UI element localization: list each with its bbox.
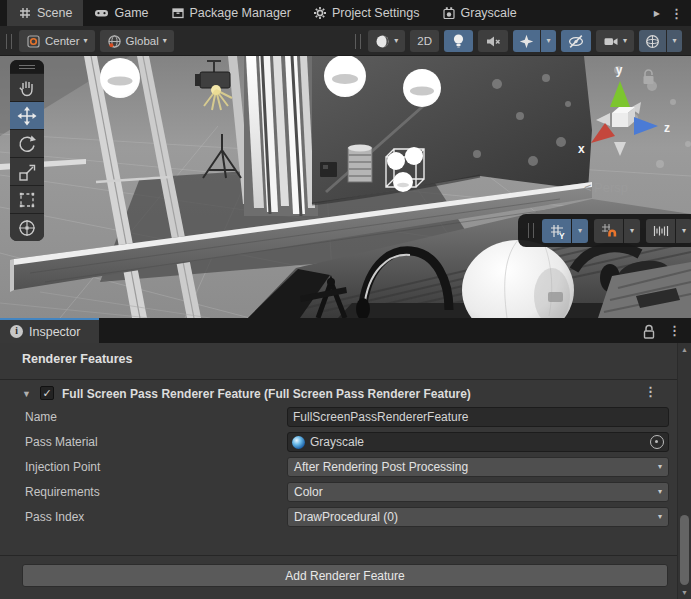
tab-project-settings[interactable]: Project Settings xyxy=(302,0,431,26)
overlay-drag-handle[interactable] xyxy=(528,223,534,238)
light-sphere[interactable] xyxy=(100,58,140,98)
light-sphere[interactable] xyxy=(324,56,366,97)
renderer-feature-header[interactable]: ▼ ✓ Full Screen Pass Renderer Feature (F… xyxy=(0,381,677,406)
grid-visibility-button[interactable]: Y xyxy=(542,219,571,243)
eye-slash-icon xyxy=(568,34,584,49)
gizmos-toggle[interactable] xyxy=(639,30,666,52)
injection-point-dropdown[interactable]: After Rendering Post Processing ▾ xyxy=(287,457,669,477)
pass-material-object-field[interactable]: Grayscale xyxy=(287,432,669,452)
pivot-icon xyxy=(26,34,41,49)
tool-rect-button[interactable] xyxy=(10,186,44,213)
unlock-icon[interactable] xyxy=(642,323,656,339)
field-row-injection-point: Injection Point After Rendering Post Pro… xyxy=(0,457,691,479)
tool-hand-button[interactable] xyxy=(10,74,44,101)
scrollbar-thumb[interactable] xyxy=(680,515,689,585)
light-bulb-icon xyxy=(451,33,466,49)
field-label: Pass Index xyxy=(25,510,84,524)
field-label: Pass Material xyxy=(25,435,98,449)
inspector-scrollbar[interactable]: ▲ ▼ xyxy=(677,343,691,599)
field-row-requirements: Requirements Color ▾ xyxy=(0,482,691,504)
chevron-down-icon: ▾ xyxy=(658,513,662,521)
inspector-menu-icon[interactable]: ⋮ xyxy=(668,323,681,338)
small-radio[interactable] xyxy=(320,162,337,177)
scroll-down-icon[interactable]: ▼ xyxy=(678,589,691,596)
scroll-up-icon[interactable]: ▲ xyxy=(678,346,691,353)
chevron-down-icon: ▾ xyxy=(630,227,634,235)
chevron-down-icon: ▾ xyxy=(578,227,582,235)
axis-label-z: z xyxy=(664,121,670,135)
scene-visibility-toggle[interactable] xyxy=(561,30,591,52)
grid-snap-toolbar: Y ▾ ▾ ▾ xyxy=(518,214,691,247)
axis-label-y: y xyxy=(616,63,623,77)
chevron-down-icon: ▾ xyxy=(623,37,627,45)
camera-settings-button[interactable]: ▾ xyxy=(596,30,634,52)
chevron-down-icon: ▾ xyxy=(682,227,686,235)
feature-enabled-checkbox[interactable]: ✓ xyxy=(40,386,54,400)
projection-chevron: < xyxy=(584,180,592,195)
tab-game[interactable]: Game xyxy=(83,0,159,26)
tab-scene[interactable]: Scene xyxy=(7,0,83,26)
scene-lighting-toggle[interactable] xyxy=(444,30,473,52)
field-label: Name xyxy=(25,410,57,424)
tab-label: Game xyxy=(114,6,148,20)
scene-view-toolbar: Center ▾ Global ▾ ▾ 2D xyxy=(0,26,691,56)
tool-rotate-button[interactable] xyxy=(10,130,44,157)
tool-handle-rotation-button[interactable]: Global ▾ xyxy=(100,30,174,52)
renderer-features-title: Renderer Features xyxy=(22,352,132,366)
tab-label: Project Settings xyxy=(332,6,420,20)
snap-dropdown[interactable]: ▾ xyxy=(624,219,640,243)
material-sphere-icon xyxy=(292,436,305,449)
tab-grayscale[interactable]: Grayscale xyxy=(431,0,528,26)
toolbar-drag-handle[interactable] xyxy=(6,34,12,49)
dropdown-value: DrawProcedural (0) xyxy=(294,510,398,524)
effects-toggle[interactable] xyxy=(513,30,540,52)
tab-inspector[interactable]: i Inspector xyxy=(0,318,99,343)
package-icon xyxy=(171,6,185,20)
tool-move-button[interactable] xyxy=(10,102,44,129)
projection-mode-label[interactable]: Persp xyxy=(594,180,628,195)
scene-3d-render: y z x < Persp xyxy=(0,56,691,318)
name-input[interactable] xyxy=(287,407,669,427)
grid-visibility-dropdown[interactable]: ▾ xyxy=(572,219,588,243)
draw-mode-button[interactable]: ▾ xyxy=(368,30,405,52)
add-renderer-feature-button[interactable]: Add Renderer Feature xyxy=(22,564,668,587)
2d-toggle-button[interactable]: 2D xyxy=(410,30,439,52)
tab-package-manager[interactable]: Package Manager xyxy=(160,0,302,26)
tool-handle-position-button[interactable]: Center ▾ xyxy=(19,30,95,52)
increment-snap-button[interactable] xyxy=(646,219,675,243)
gizmos-dropdown[interactable]: ▾ xyxy=(667,30,682,52)
tool-transform-button[interactable] xyxy=(10,214,44,241)
inspector-panel: Renderer Features ▼ ✓ Full Screen Pass R… xyxy=(0,343,691,599)
requirements-dropdown[interactable]: Color ▾ xyxy=(287,482,669,502)
tool-scale-button[interactable] xyxy=(10,158,44,185)
canister[interactable] xyxy=(348,145,372,183)
camera-icon xyxy=(603,34,619,49)
shaded-sphere-icon xyxy=(375,34,390,49)
field-row-pass-index: Pass Index DrawProcedural (0) ▾ xyxy=(0,507,691,529)
scene-viewport[interactable]: y z x < Persp xyxy=(0,56,691,318)
axis-label-x: x xyxy=(578,142,585,156)
tab-bar-menu-icon[interactable]: ⋮ xyxy=(670,6,683,21)
object-picker-icon[interactable] xyxy=(650,435,664,449)
gizmo-cube[interactable] xyxy=(612,113,628,127)
pass-index-dropdown[interactable]: DrawProcedural (0) ▾ xyxy=(287,507,669,527)
foldout-arrow-icon[interactable]: ▼ xyxy=(22,389,31,399)
overlay-drag-handle[interactable] xyxy=(10,60,44,73)
audio-muted-icon xyxy=(485,34,501,49)
toolbar-drag-handle[interactable] xyxy=(355,34,361,49)
light-sphere[interactable] xyxy=(403,69,441,107)
snap-toggle-button[interactable] xyxy=(594,219,623,243)
field-label: Requirements xyxy=(25,485,100,499)
unity-editor-window: Scene Game Package Manager Project Setti… xyxy=(0,0,691,599)
dropdown-value: After Rendering Post Processing xyxy=(294,460,468,474)
increment-snap-dropdown[interactable]: ▾ xyxy=(676,219,691,243)
feature-menu-icon[interactable]: ⋮ xyxy=(644,384,657,399)
rotate-icon xyxy=(17,134,37,154)
chevron-down-icon: ▾ xyxy=(394,37,398,45)
effects-dropdown[interactable]: ▾ xyxy=(541,30,556,52)
ruler-icon xyxy=(652,222,670,240)
scene-audio-toggle[interactable] xyxy=(478,30,508,52)
globe-icon xyxy=(107,34,122,49)
tab-overflow-arrow[interactable]: ▶ xyxy=(654,9,660,18)
feature-title: Full Screen Pass Renderer Feature (Full … xyxy=(62,387,471,401)
